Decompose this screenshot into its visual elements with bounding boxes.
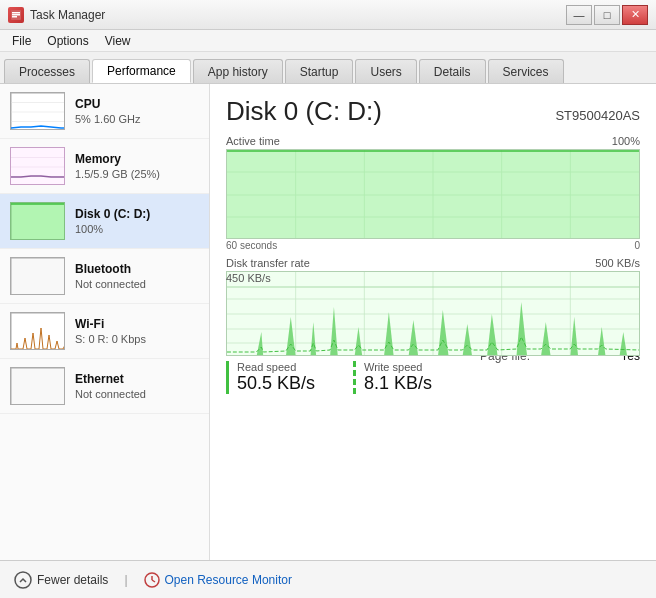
svg-rect-32 <box>227 150 639 239</box>
sidebar-item-bluetooth[interactable]: Bluetooth Not connected <box>0 249 209 304</box>
read-speed-label: Read speed <box>237 361 343 373</box>
svg-rect-1 <box>12 14 20 16</box>
ethernet-value: Not connected <box>75 388 199 400</box>
transfer-max-label: 500 KB/s <box>595 257 640 269</box>
right-panel: Disk 0 (C: D:) ST9500420AS Active time 1… <box>210 84 656 560</box>
ethernet-info: Ethernet Not connected <box>75 372 199 400</box>
write-speed-block: Write speed 8.1 KB/s <box>353 361 470 394</box>
tab-app-history[interactable]: App history <box>193 59 283 83</box>
write-speed-value: 8.1 KB/s <box>364 373 470 394</box>
sidebar-item-ethernet[interactable]: Ethernet Not connected <box>0 359 209 414</box>
window-title: Task Manager <box>30 8 105 22</box>
menu-bar: File Options View <box>0 30 656 52</box>
cpu-thumbnail <box>10 92 65 130</box>
sidebar-item-memory[interactable]: Memory 1.5/5.9 GB (25%) <box>0 139 209 194</box>
tab-details[interactable]: Details <box>419 59 486 83</box>
active-time-end-label: 0 <box>634 240 640 251</box>
transfer-label-row: Disk transfer rate 500 KB/s <box>226 257 640 269</box>
transfer-chart <box>226 271 640 356</box>
wifi-info: Wi-Fi S: 0 R: 0 Kbps <box>75 317 199 345</box>
memory-thumbnail <box>10 147 65 185</box>
resource-monitor-icon <box>144 572 160 588</box>
memory-label: Memory <box>75 152 199 166</box>
active-time-label-row: Active time 100% <box>226 135 640 147</box>
bluetooth-info: Bluetooth Not connected <box>75 262 199 290</box>
active-time-max: 100% <box>612 135 640 147</box>
open-resource-monitor-label: Open Resource Monitor <box>165 573 292 587</box>
fewer-details-button[interactable]: Fewer details <box>14 571 108 589</box>
ethernet-label: Ethernet <box>75 372 199 386</box>
close-button[interactable]: ✕ <box>622 5 648 25</box>
open-resource-monitor-button[interactable]: Open Resource Monitor <box>144 572 292 588</box>
disk-thumbnail <box>10 202 65 240</box>
read-speed-value: 50.5 KB/s <box>237 373 343 394</box>
svg-rect-17 <box>11 258 65 295</box>
transfer-label: Disk transfer rate <box>226 257 310 269</box>
app-icon <box>8 7 24 23</box>
minimize-button[interactable]: — <box>566 5 592 25</box>
wifi-value: S: 0 R: 0 Kbps <box>75 333 199 345</box>
fewer-details-label: Fewer details <box>37 573 108 587</box>
svg-line-64 <box>152 580 155 582</box>
disk-model: ST9500420AS <box>555 108 640 123</box>
panel-header: Disk 0 (C: D:) ST9500420AS <box>226 96 640 127</box>
svg-rect-4 <box>11 93 65 130</box>
svg-rect-14 <box>11 203 65 240</box>
speed-row: Read speed 50.5 KB/s Write speed 8.1 KB/… <box>226 361 470 394</box>
memory-info: Memory 1.5/5.9 GB (25%) <box>75 152 199 180</box>
svg-rect-19 <box>11 313 65 350</box>
sidebar-item-cpu[interactable]: CPU 5% 1.60 GHz <box>0 84 209 139</box>
menu-file[interactable]: File <box>4 32 39 50</box>
transfer-rate-section: Disk transfer rate 500 KB/s <box>226 257 640 295</box>
svg-rect-3 <box>12 12 20 14</box>
disk-title: Disk 0 (C: D:) <box>226 96 382 127</box>
tab-performance[interactable]: Performance <box>92 59 191 83</box>
sidebar-item-wifi[interactable]: Wi-Fi S: 0 R: 0 Kbps <box>0 304 209 359</box>
svg-rect-21 <box>11 368 65 405</box>
maximize-button[interactable]: □ <box>594 5 620 25</box>
svg-rect-9 <box>11 148 65 185</box>
read-speed-block: Read speed 50.5 KB/s <box>226 361 343 394</box>
title-bar: Task Manager — □ ✕ <box>0 0 656 30</box>
active-time-time-row: 60 seconds 0 <box>226 240 640 251</box>
bottom-bar: Fewer details | Open Resource Monitor <box>0 560 656 598</box>
separator: | <box>124 573 127 587</box>
tab-processes[interactable]: Processes <box>4 59 90 83</box>
memory-value: 1.5/5.9 GB (25%) <box>75 168 199 180</box>
tab-startup[interactable]: Startup <box>285 59 354 83</box>
disk-label: Disk 0 (C: D:) <box>75 207 199 221</box>
tab-services[interactable]: Services <box>488 59 564 83</box>
bluetooth-label: Bluetooth <box>75 262 199 276</box>
disk-value: 100% <box>75 223 199 235</box>
wifi-thumbnail <box>10 312 65 350</box>
disk-info: Disk 0 (C: D:) 100% <box>75 207 199 235</box>
active-time-section: Active time 100% <box>226 135 640 251</box>
active-time-time-label: 60 seconds <box>226 240 277 251</box>
fewer-details-icon <box>14 571 32 589</box>
svg-rect-2 <box>12 16 17 18</box>
sidebar: CPU 5% 1.60 GHz Memory 1.5/5.9 GB (25%) <box>0 84 210 560</box>
ethernet-thumbnail <box>10 367 65 405</box>
bluetooth-value: Not connected <box>75 278 199 290</box>
bluetooth-thumbnail <box>10 257 65 295</box>
sidebar-item-disk[interactable]: Disk 0 (C: D:) 100% <box>0 194 209 249</box>
main-content: CPU 5% 1.60 GHz Memory 1.5/5.9 GB (25%) <box>0 84 656 560</box>
window-controls: — □ ✕ <box>566 5 648 25</box>
write-speed-label: Write speed <box>364 361 470 373</box>
cpu-value: 5% 1.60 GHz <box>75 113 199 125</box>
cpu-label: CPU <box>75 97 199 111</box>
active-time-label: Active time <box>226 135 280 147</box>
tab-users[interactable]: Users <box>355 59 416 83</box>
active-time-chart <box>226 149 640 239</box>
menu-view[interactable]: View <box>97 32 139 50</box>
cpu-info: CPU 5% 1.60 GHz <box>75 97 199 125</box>
menu-options[interactable]: Options <box>39 32 96 50</box>
wifi-label: Wi-Fi <box>75 317 199 331</box>
tab-bar: Processes Performance App history Startu… <box>0 52 656 84</box>
